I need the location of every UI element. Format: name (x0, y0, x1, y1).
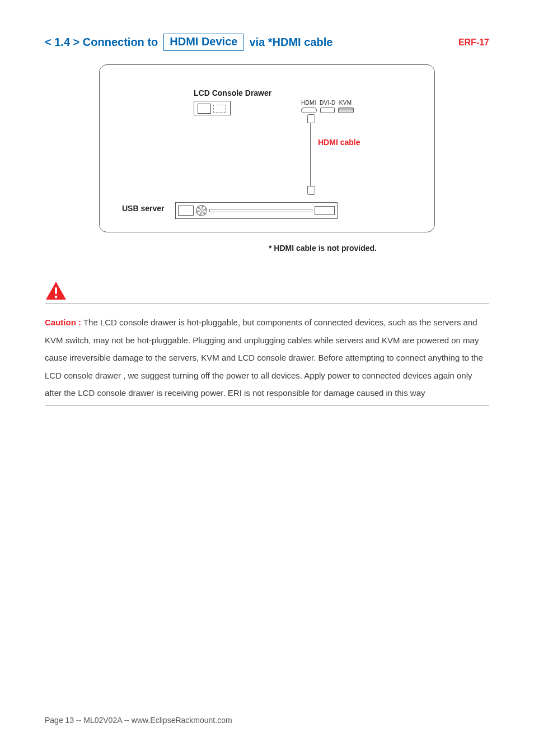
connection-diagram: LCD Console Drawer HDMI DVI-D KVM HDMI c… (99, 64, 435, 232)
hdmi-port-icon (301, 108, 317, 113)
dvid-port-icon (320, 108, 335, 113)
caution-label: Caution : (45, 318, 81, 327)
svg-point-2 (55, 296, 58, 298)
port-icons-row (301, 108, 354, 113)
lcd-drawer-icon (194, 101, 231, 115)
boxed-device-name: HDMI Device (163, 34, 243, 51)
hdmi-cable-label: HDMI cable (318, 138, 360, 147)
caution-body: The LCD console drawer is hot-pluggable,… (45, 318, 483, 398)
warning-icon (45, 281, 489, 301)
section-suffix: via *HDMI cable (249, 36, 332, 49)
footnote-text: * HDMI cable is not provided. (269, 244, 489, 253)
section-title: < 1.4 > Connection to HDMI Device via *H… (45, 34, 332, 51)
server-fan-icon (196, 205, 207, 216)
divider-top (45, 303, 489, 304)
product-code: ERF-17 (458, 38, 489, 48)
page-header: < 1.4 > Connection to HDMI Device via *H… (45, 34, 489, 51)
port-labels: HDMI DVI-D KVM (301, 100, 352, 106)
usb-server-icon (175, 202, 338, 219)
hdmi-cable-icon (310, 115, 311, 194)
server-slot-icon (178, 206, 194, 216)
server-module-icon (315, 206, 335, 215)
divider-bottom (45, 405, 489, 406)
lcd-drawer-label: LCD Console Drawer (194, 88, 271, 97)
usb-server-label: USB server (122, 204, 165, 213)
caution-paragraph: Caution : The LCD console drawer is hot-… (45, 314, 489, 402)
section-prefix: < 1.4 > Connection to (45, 36, 158, 49)
server-bar-icon (209, 209, 312, 212)
kvm-port-icon (338, 108, 354, 113)
svg-rect-1 (55, 287, 57, 294)
page-footer: Page 13 -- ML02V02A -- www.EclipseRackmo… (45, 716, 232, 725)
